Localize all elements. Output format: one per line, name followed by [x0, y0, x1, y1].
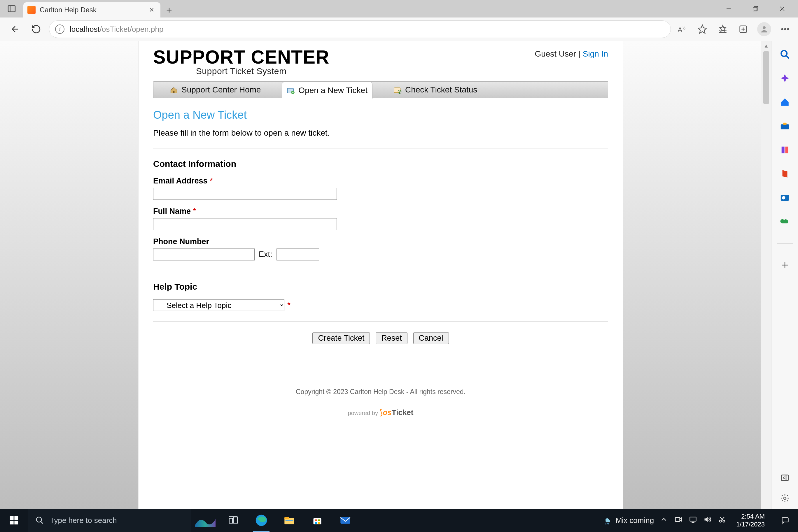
window-close-button[interactable]: [769, 0, 796, 18]
taskbar-mail-icon[interactable]: [331, 509, 359, 532]
collections-icon[interactable]: [737, 23, 749, 36]
svg-line-46: [41, 521, 43, 524]
sidebar-settings-button[interactable]: [779, 492, 791, 504]
sign-in-link[interactable]: Sign In: [583, 49, 608, 58]
sidebar-office-icon[interactable]: [779, 168, 791, 180]
taskbar-explorer-icon[interactable]: [276, 509, 303, 532]
help-topic-select[interactable]: — Select a Help Topic —: [153, 299, 284, 311]
email-label: Email Address *: [153, 176, 608, 186]
sidebar-outlook-icon[interactable]: [779, 192, 791, 204]
sidebar-shopping-icon[interactable]: [779, 96, 791, 108]
sidebar-games-icon[interactable]: [779, 144, 791, 156]
contact-info-heading: Contact Information: [153, 159, 608, 169]
svg-point-19: [784, 28, 786, 30]
svg-text:A⁾⁾: A⁾⁾: [678, 26, 686, 33]
phone-label: Phone Number: [153, 237, 608, 246]
ext-field[interactable]: [277, 248, 319, 261]
svg-rect-0: [8, 5, 15, 12]
tray-display-icon[interactable]: [689, 515, 697, 526]
svg-rect-3: [754, 6, 758, 10]
svg-rect-21: [173, 91, 175, 93]
svg-rect-73: [782, 518, 788, 522]
taskbar-news-icon[interactable]: [191, 509, 219, 532]
favorites-icon[interactable]: [716, 23, 729, 36]
tray-meet-now-icon[interactable]: [674, 515, 683, 526]
svg-point-17: [763, 26, 766, 29]
svg-rect-54: [314, 518, 321, 525]
taskbar-clock[interactable]: 2:54 AM 1/17/2023: [732, 512, 769, 529]
taskbar-edge-icon[interactable]: [247, 509, 276, 532]
nav-open-ticket[interactable]: + Open a New Ticket: [282, 82, 373, 99]
svg-rect-65: [690, 517, 696, 521]
svg-marker-9: [698, 25, 706, 33]
star-icon[interactable]: [696, 23, 709, 36]
site-info-icon[interactable]: i: [55, 24, 64, 34]
svg-line-61: [607, 523, 607, 525]
svg-point-27: [781, 51, 787, 56]
sidebar-add-button[interactable]: [779, 259, 791, 271]
phone-field[interactable]: [153, 248, 254, 261]
ext-label: Ext:: [259, 250, 272, 259]
required-indicator: *: [287, 300, 290, 310]
create-ticket-button[interactable]: [312, 332, 370, 344]
sidebar-discover-icon[interactable]: [779, 72, 791, 84]
svg-rect-52: [284, 517, 289, 519]
window-restore-button[interactable]: [742, 0, 769, 18]
status-icon: [394, 86, 402, 93]
help-topic-heading: Help Topic: [153, 282, 608, 292]
refresh-button[interactable]: [28, 21, 44, 37]
tab-actions-button[interactable]: [0, 0, 23, 18]
svg-rect-63: [676, 517, 680, 521]
address-bar[interactable]: i localhost/osTicket/open.php: [49, 20, 671, 38]
scroll-up-arrow[interactable]: ▲: [764, 41, 769, 51]
page-title: Open a New Ticket: [153, 109, 608, 121]
svg-rect-57: [315, 522, 317, 524]
more-menu-button[interactable]: [779, 23, 792, 36]
nav-check-status[interactable]: Check Ticket Status: [389, 82, 482, 98]
reset-button[interactable]: [376, 332, 407, 344]
osticket-page: SUPPORT CENTER Support Ticket System Gue…: [138, 41, 623, 509]
svg-marker-10: [720, 25, 726, 31]
system-tray: Mix coming 2:54 AM 1/17/2023: [604, 509, 798, 532]
sidebar-search-icon[interactable]: [779, 49, 791, 60]
svg-line-60: [606, 523, 606, 525]
taskbar-search[interactable]: Type here to search: [28, 509, 191, 532]
svg-rect-44: [14, 520, 18, 525]
svg-rect-38: [781, 475, 788, 481]
email-field[interactable]: [153, 188, 337, 200]
back-button[interactable]: [7, 21, 23, 37]
site-navbar: Support Center Home + Open a New Ticket: [153, 81, 608, 98]
fullname-label: Full Name *: [153, 207, 608, 216]
profile-avatar-button[interactable]: [757, 22, 771, 36]
tray-snip-icon[interactable]: [718, 515, 726, 526]
cancel-button[interactable]: [413, 332, 449, 344]
fullname-field[interactable]: [153, 218, 337, 230]
svg-rect-4: [753, 7, 757, 11]
window-minimize-button[interactable]: [715, 0, 742, 18]
nav-home[interactable]: Support Center Home: [165, 82, 265, 98]
sidebar-tools-icon[interactable]: [779, 120, 791, 132]
favicon-icon: [27, 6, 36, 14]
sidebar-onedrive-icon[interactable]: [779, 216, 791, 228]
browser-tab-active[interactable]: Carlton Help Desk ×: [23, 2, 160, 18]
action-center-button[interactable]: [775, 509, 795, 532]
read-aloud-icon[interactable]: A⁾⁾: [676, 23, 688, 36]
page-scrollbar[interactable]: ▲: [761, 41, 771, 509]
taskbar-taskview-icon[interactable]: [219, 509, 247, 532]
svg-line-28: [786, 55, 789, 58]
toolbar-right: A⁾⁾: [676, 22, 795, 36]
svg-point-18: [782, 28, 783, 30]
weather-widget[interactable]: Mix coming: [604, 516, 654, 525]
tray-overflow-icon[interactable]: [660, 515, 668, 526]
svg-rect-43: [10, 520, 14, 525]
taskbar-store-icon[interactable]: [303, 509, 331, 532]
new-tab-button[interactable]: +: [160, 2, 178, 18]
sidebar-hide-button[interactable]: [779, 472, 791, 483]
svg-rect-31: [783, 123, 786, 125]
tab-close-button[interactable]: ×: [147, 4, 156, 16]
scroll-thumb[interactable]: [763, 51, 769, 104]
svg-text:+: +: [292, 90, 294, 94]
url-text: localhost/osTicket/open.php: [70, 25, 163, 34]
start-button[interactable]: [0, 509, 28, 532]
tray-volume-icon[interactable]: [703, 515, 712, 526]
